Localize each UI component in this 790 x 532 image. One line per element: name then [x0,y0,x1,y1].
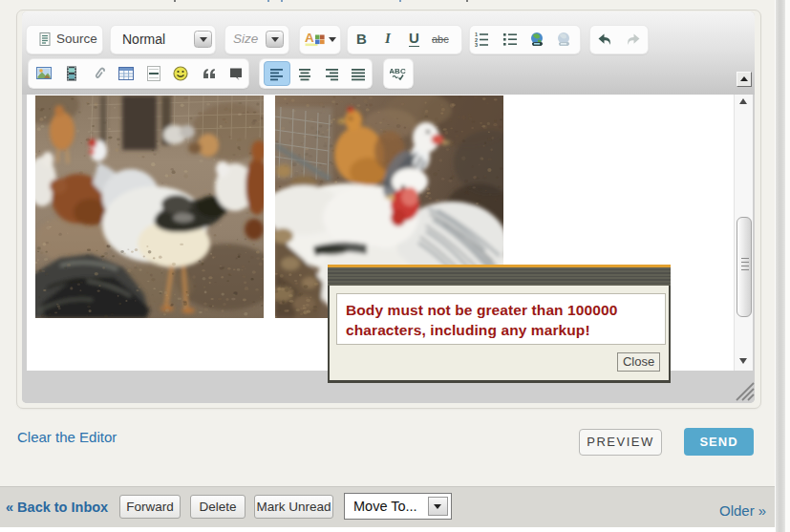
svg-text:3: 3 [475,42,478,47]
svg-text:A: A [305,31,314,45]
svg-text:ABC: ABC [390,67,406,75]
